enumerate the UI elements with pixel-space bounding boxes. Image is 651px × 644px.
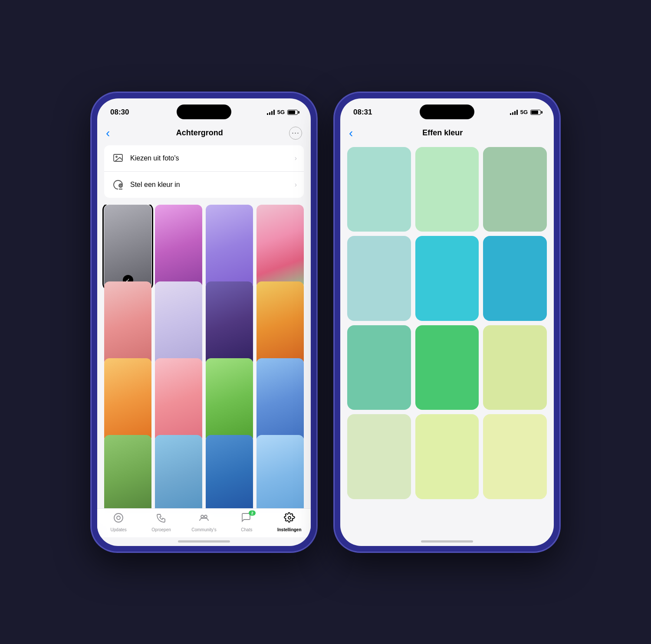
wallpaper-item-5[interactable] — [155, 281, 202, 366]
svg-point-4 — [117, 516, 120, 520]
menu-item-photos[interactable]: Kiezen uit foto's › — [104, 145, 304, 172]
scene: 08:30 5G ‹ Achtergrond — [91, 92, 560, 552]
dynamic-island-left — [177, 105, 231, 119]
color-swatch-6[interactable] — [347, 325, 411, 410]
back-button-left[interactable]: ‹ — [106, 126, 110, 140]
chevron-color-icon: › — [295, 181, 297, 189]
phone-right: 08:31 5G ‹ Effen kleur — [334, 92, 560, 552]
network-left: 5G — [277, 109, 285, 115]
color-swatch-4[interactable] — [415, 236, 479, 321]
wallpaper-item-11[interactable] — [256, 358, 304, 443]
color-swatch-8[interactable] — [483, 325, 547, 410]
photos-icon — [111, 151, 125, 165]
dynamic-island-right — [420, 105, 474, 119]
tab-calls[interactable]: Oproepen — [148, 512, 174, 532]
time-left: 08:30 — [110, 108, 129, 117]
chats-icon: 2 — [241, 512, 252, 526]
color-swatch-2[interactable] — [483, 147, 547, 232]
time-right: 08:31 — [353, 108, 372, 117]
nav-header-left: ‹ Achtergrond ··· — [97, 123, 311, 145]
wallpaper-item-13[interactable] — [155, 435, 202, 508]
calls-icon — [156, 512, 167, 526]
tab-settings[interactable]: Instellingen — [276, 512, 302, 532]
chevron-photos-icon: › — [295, 154, 297, 162]
color-swatch-0[interactable] — [347, 147, 411, 232]
page-title-right: Effen kleur — [422, 128, 463, 137]
svg-point-6 — [204, 515, 207, 518]
status-icons-right: 5G — [510, 109, 541, 115]
communities-icon — [198, 512, 210, 526]
page-title-left: Achtergrond — [176, 128, 223, 137]
wallpaper-item-3[interactable] — [256, 205, 304, 289]
nav-header-right: ‹ Effen kleur — [340, 123, 554, 145]
wallpaper-item-12[interactable] — [104, 435, 151, 508]
wallpaper-grid: ✓ — [97, 205, 311, 508]
home-indicator-left — [97, 537, 311, 546]
color-swatch-9[interactable] — [347, 414, 411, 499]
menu-label-photos: Kiezen uit foto's — [130, 154, 295, 162]
color-swatch-3[interactable] — [347, 236, 411, 321]
updates-icon — [113, 512, 124, 526]
wallpaper-item-6[interactable] — [206, 281, 253, 366]
tab-updates[interactable]: Updates — [105, 512, 132, 532]
wallpaper-item-10[interactable] — [206, 358, 253, 443]
wallpaper-item-14[interactable] — [206, 435, 253, 508]
svg-point-5 — [201, 515, 204, 518]
color-icon — [111, 178, 125, 192]
screen-content-right — [340, 145, 554, 537]
tab-label-updates: Updates — [111, 527, 127, 532]
more-button-left[interactable]: ··· — [289, 127, 302, 140]
svg-point-3 — [114, 513, 123, 522]
tab-label-settings: Instellingen — [277, 527, 302, 532]
svg-rect-0 — [114, 154, 122, 161]
signal-icon-left — [267, 110, 275, 115]
signal-icon-right — [510, 110, 518, 115]
back-button-right[interactable]: ‹ — [349, 126, 353, 140]
tab-label-chats: Chats — [241, 527, 252, 532]
wallpaper-item-1[interactable] — [155, 205, 202, 289]
network-right: 5G — [520, 109, 528, 115]
color-swatch-10[interactable] — [415, 414, 479, 499]
color-grid — [340, 147, 554, 537]
tab-label-communities: Community's — [191, 527, 216, 532]
wallpaper-item-0[interactable]: ✓ — [104, 205, 151, 289]
color-swatch-11[interactable] — [483, 414, 547, 499]
color-swatch-1[interactable] — [415, 147, 479, 232]
wallpaper-item-4[interactable] — [104, 281, 151, 366]
wallpaper-item-7[interactable] — [256, 281, 304, 366]
battery-icon-left — [287, 110, 298, 115]
color-swatch-5[interactable] — [483, 236, 547, 321]
tab-chats[interactable]: 2 Chats — [233, 512, 260, 532]
color-swatch-7[interactable] — [415, 325, 479, 410]
wallpaper-item-15[interactable] — [256, 435, 304, 508]
menu-label-color: Stel een kleur in — [130, 181, 295, 189]
home-indicator-right — [340, 537, 554, 546]
status-icons-left: 5G — [267, 109, 298, 115]
screen-content-left: Kiezen uit foto's › Stel een kleur in — [97, 145, 311, 508]
chats-badge: 2 — [249, 510, 256, 516]
svg-point-1 — [116, 156, 117, 157]
battery-icon-right — [530, 110, 541, 115]
wallpaper-item-2[interactable] — [206, 205, 253, 289]
menu-section: Kiezen uit foto's › Stel een kleur in — [104, 145, 304, 198]
settings-icon — [284, 512, 295, 526]
svg-point-7 — [288, 517, 291, 519]
phone-left: 08:30 5G ‹ Achtergrond — [91, 92, 317, 552]
wallpaper-item-8[interactable] — [104, 358, 151, 443]
tab-communities[interactable]: Community's — [191, 512, 217, 532]
wallpaper-item-9[interactable] — [155, 358, 202, 443]
tab-bar-left: Updates Oproepen — [97, 508, 311, 537]
tab-label-calls: Oproepen — [151, 527, 171, 532]
menu-item-color[interactable]: Stel een kleur in › — [104, 172, 304, 198]
